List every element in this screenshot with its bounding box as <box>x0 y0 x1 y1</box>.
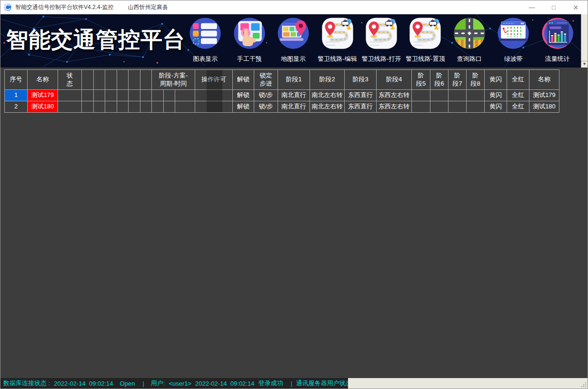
cell-stage2[interactable]: 南北左右转 <box>310 101 345 113</box>
cell-e2[interactable] <box>94 101 105 113</box>
cell-stage7[interactable] <box>448 101 467 113</box>
cell-e5[interactable] <box>129 90 140 101</box>
cell-stage3[interactable]: 东西直行 <box>345 90 377 101</box>
cell-name2[interactable]: 测试179 <box>529 90 559 101</box>
col-header-stage7: 阶段7 <box>448 70 467 90</box>
cell-stage2[interactable]: 南北左右转 <box>310 90 345 101</box>
db-status-label: 数据库连接状态 : <box>3 379 50 388</box>
cell-all_red[interactable]: 全红 <box>507 90 529 101</box>
col-header-op_permit: 操作许可 <box>195 70 233 90</box>
window-location: 山西忻州定襄县 <box>128 3 168 11</box>
cell-e1[interactable] <box>82 90 94 101</box>
cell-name2[interactable]: 测试180 <box>529 101 559 113</box>
cell-e4[interactable] <box>117 101 129 113</box>
cell-stage7[interactable] <box>448 90 467 101</box>
cell-all_red[interactable]: 全红 <box>507 101 529 113</box>
cell-stage4[interactable]: 东西左右转 <box>377 101 412 113</box>
tool-green-wave[interactable]: 绿波带 <box>491 14 535 68</box>
tool-label: 手工干预 <box>237 55 262 63</box>
cell-seq[interactable]: 2 <box>5 101 28 113</box>
tool-flow-statistics[interactable]: 流量统计 <box>536 14 579 68</box>
cell-lock_step[interactable]: 锁/步 <box>254 90 278 101</box>
toolbar-scroll-down-button[interactable]: ▼ <box>581 61 588 68</box>
tool-manual-intervention[interactable]: 手工干预 <box>227 14 271 68</box>
tool-query-intersection[interactable]: 查询路口 <box>448 14 491 68</box>
cell-stage_info[interactable] <box>175 101 195 113</box>
minimize-button[interactable]: — <box>521 0 543 14</box>
tool-guard-route-top[interactable]: 警卫线路-置顶 <box>403 14 447 68</box>
col-header-stage2: 阶段2 <box>310 70 345 90</box>
col-header-e6 <box>140 70 152 90</box>
brand-title: 智能交通管控平台 <box>6 25 185 55</box>
tool-guard-route-open[interactable]: 警卫线路-打开 <box>359 14 403 68</box>
query-intersection-icon <box>452 16 487 50</box>
cell-e4[interactable] <box>117 90 129 101</box>
cell-e3[interactable] <box>105 101 117 113</box>
cell-stage5[interactable] <box>412 90 430 101</box>
statusbar-right-panel <box>348 378 588 389</box>
tool-chart-display[interactable]: 图表显示 <box>183 14 227 68</box>
cell-op_permit[interactable] <box>195 90 233 101</box>
toolbar: 图表显示 手工 <box>183 14 579 68</box>
cell-stage5[interactable] <box>412 101 430 113</box>
cell-e2[interactable] <box>94 90 105 101</box>
cell-op_permit[interactable] <box>195 101 233 113</box>
guard-route-open-icon <box>364 16 399 50</box>
user-label: 用户: <box>151 379 165 388</box>
cell-name[interactable]: 测试180 <box>28 101 58 113</box>
cell-stage8[interactable] <box>467 101 485 113</box>
cell-e6[interactable] <box>140 90 152 101</box>
grid-row-2[interactable]: 2测试180解锁锁/步南北直行南北左右转东西直行东西左右转黄闪全红测试180 <box>5 101 559 113</box>
app-icon <box>4 3 12 11</box>
tool-map-display[interactable]: 地图显示 <box>271 14 315 68</box>
maximize-button[interactable]: □ <box>543 0 565 14</box>
comm-server-label: 通讯服务器用户状态: <box>296 379 348 388</box>
cell-e3[interactable] <box>105 90 117 101</box>
col-header-status: 状态 <box>58 70 82 90</box>
cell-stage4[interactable]: 东西左右转 <box>377 90 412 101</box>
cell-flash_yellow[interactable]: 黄闪 <box>485 90 507 101</box>
col-header-stage_info: 阶段-方案-周期-时间 <box>152 70 195 90</box>
user-login-time: 2022-02-14 09:02:14 <box>195 380 254 387</box>
cell-status[interactable] <box>58 101 82 113</box>
cell-e8[interactable] <box>164 101 175 113</box>
cell-e6[interactable] <box>140 101 152 113</box>
cell-e5[interactable] <box>129 101 140 113</box>
cell-stage8[interactable] <box>467 90 485 101</box>
green-wave-icon <box>496 16 530 50</box>
flow-statistics-icon <box>540 16 575 50</box>
statusbar-separator: | <box>142 380 144 387</box>
cell-e7[interactable] <box>152 90 164 101</box>
cell-name[interactable]: 测试179 <box>28 90 58 101</box>
cell-e7[interactable] <box>152 101 164 113</box>
cell-stage6[interactable] <box>430 90 448 101</box>
cell-stage3[interactable]: 东西直行 <box>345 101 377 113</box>
toolbar-scrollbar[interactable]: ▼ <box>581 14 588 68</box>
tool-label: 流量统计 <box>545 55 570 63</box>
tool-guard-route-edit[interactable]: 警卫线路-编辑 <box>315 14 359 68</box>
cell-e1[interactable] <box>82 101 94 113</box>
titlebar: 智能交通信号控制平台软件V4.2.4-监控 山西忻州定襄县 — □ ✕ <box>0 0 588 14</box>
cell-stage_info[interactable] <box>175 90 195 101</box>
cell-e8[interactable] <box>164 90 175 101</box>
cell-lock_step[interactable]: 锁/步 <box>254 101 278 113</box>
tool-label: 地图显示 <box>281 55 306 63</box>
user-login-state: 登录成功 <box>258 379 283 388</box>
grid-row-1[interactable]: 1测试179解锁锁/步南北直行南北左右转东西直行东西左右转黄闪全红测试179 <box>5 90 559 101</box>
cell-seq[interactable]: 1 <box>5 90 28 101</box>
db-status-time: 2022-02-14 09:02:14 <box>54 380 113 387</box>
col-header-all_red: 全红 <box>507 70 529 90</box>
cell-stage1[interactable]: 南北直行 <box>278 101 310 113</box>
close-button[interactable]: ✕ <box>565 0 587 14</box>
col-header-stage5: 阶段5 <box>412 70 430 90</box>
resize-grip[interactable] <box>581 382 586 387</box>
cell-stage1[interactable]: 南北直行 <box>278 90 310 101</box>
banner: 智能交通管控平台 图表显示 <box>0 14 588 68</box>
cell-stage6[interactable] <box>430 101 448 113</box>
col-header-lock_step: 锁定步进 <box>254 70 278 90</box>
cell-status[interactable] <box>58 90 82 101</box>
cell-unlock[interactable]: 解锁 <box>233 101 254 113</box>
cell-unlock[interactable]: 解锁 <box>233 90 254 101</box>
cell-flash_yellow[interactable]: 黄闪 <box>485 101 507 113</box>
guard-route-top-icon <box>408 16 442 50</box>
